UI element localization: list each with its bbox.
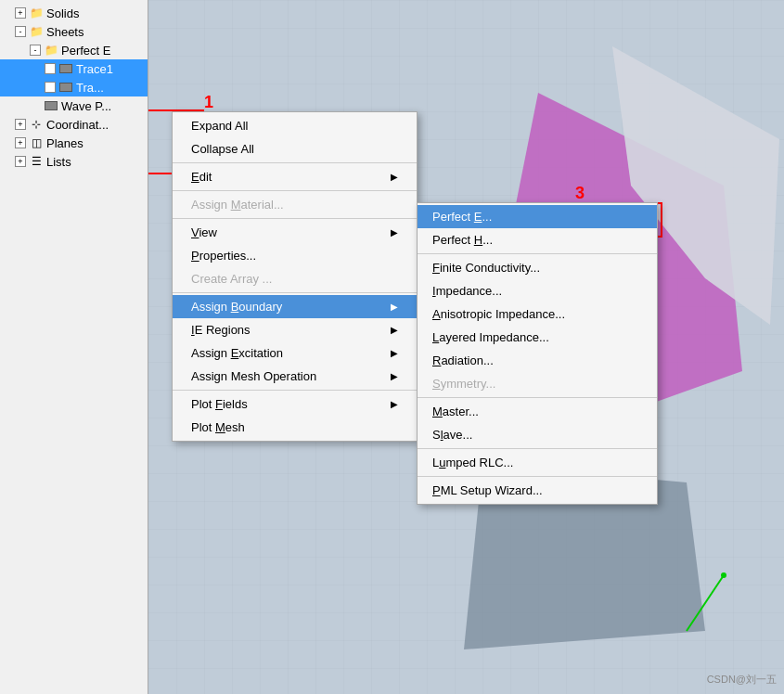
menu-assign-material: Assign Material...: [173, 193, 417, 216]
menu-edit[interactable]: Edit ▶: [173, 165, 417, 188]
submenu-master[interactable]: Master...: [418, 400, 657, 423]
context-menu: Expand All Collapse All Edit ▶ Assign Ma…: [172, 111, 418, 442]
properties-label: Properties...: [191, 249, 256, 263]
menu-properties[interactable]: Properties...: [173, 244, 417, 267]
submenu-perfect-e[interactable]: Perfect E...: [418, 205, 657, 228]
assign-mesh-op-label: Assign Mesh Operation: [191, 369, 316, 383]
assign-mesh-arrow: ▶: [391, 371, 398, 381]
menu-view[interactable]: View ▶: [173, 221, 417, 244]
expand-sheets[interactable]: -: [15, 26, 26, 37]
expand-all-label: Expand All: [191, 119, 248, 133]
submenu-sep-2: [418, 397, 657, 398]
submenu-sep-1: [418, 253, 657, 254]
perfect-h-label: Perfect H...: [432, 233, 493, 247]
tree-item-waveport[interactable]: Wave P...: [0, 96, 148, 115]
separator-2: [173, 190, 417, 191]
expand-planes[interactable]: +: [15, 137, 26, 148]
radiation-label: Radiation...: [432, 353, 494, 367]
slave-label: Slave...: [432, 428, 472, 442]
impedance-label: Impedance...: [432, 284, 502, 298]
tree-label-coordinate: Coordinat...: [46, 118, 109, 132]
menu-plot-mesh[interactable]: Plot Mesh: [173, 416, 417, 439]
tree-item-coordinate[interactable]: + ⊹ Coordinat...: [0, 115, 148, 134]
menu-collapse-all[interactable]: Collapse All: [173, 137, 417, 161]
watermark: CSDN@刘一五: [707, 673, 777, 687]
ie-regions-label: IE Regions: [191, 323, 251, 337]
submenu-perfect-h[interactable]: Perfect H...: [418, 228, 657, 251]
expand-coordinate[interactable]: +: [15, 119, 26, 130]
annotation-number-1: 1: [204, 93, 213, 112]
ie-regions-arrow: ▶: [391, 325, 398, 335]
separator-5: [173, 390, 417, 391]
expand-trace2[interactable]: +: [45, 82, 56, 93]
submenu-assign-boundary: Perfect E... Perfect H... Finite Conduct…: [417, 202, 658, 505]
menu-ie-regions[interactable]: IE Regions ▶: [173, 318, 417, 341]
tree-label-sheets: Sheets: [46, 25, 84, 39]
separator-3: [173, 218, 417, 219]
tree-label-waveport: Wave P...: [61, 99, 111, 113]
folder-icon-solids: 📁: [29, 6, 44, 20]
menu-assign-excitation[interactable]: Assign Excitation ▶: [173, 341, 417, 365]
expand-solids[interactable]: +: [15, 7, 26, 19]
folder-icon-sheets: 📁: [29, 24, 44, 39]
plot-mesh-label: Plot Mesh: [191, 420, 245, 434]
submenu-finite-cond[interactable]: Finite Conductivity...: [418, 256, 657, 279]
collapse-all-label: Collapse All: [191, 142, 254, 156]
symmetry-label: Symmetry...: [432, 377, 495, 391]
finite-cond-label: Finite Conductivity...: [432, 261, 540, 275]
assign-boundary-arrow: ▶: [391, 302, 398, 312]
tree-label-perfecte: Perfect E: [61, 44, 110, 58]
separator-4: [173, 292, 417, 293]
planes-icon: ◫: [29, 135, 44, 150]
assign-boundary-label: Assign Boundary: [191, 300, 282, 314]
menu-create-array: Create Array ...: [173, 267, 417, 290]
menu-assign-mesh-op[interactable]: Assign Mesh Operation ▶: [173, 365, 417, 388]
view-label: View: [191, 225, 217, 239]
tree-label-planes: Planes: [46, 136, 84, 150]
tree-item-perfecte[interactable]: - 📁 Perfect E: [0, 41, 148, 59]
tree-label-lists: Lists: [46, 155, 71, 169]
tree-item-lists[interactable]: + ☰ Lists: [0, 152, 148, 171]
submenu-sep-4: [418, 476, 657, 477]
expand-perfecte[interactable]: -: [30, 45, 41, 56]
master-label: Master...: [432, 405, 479, 418]
submenu-symmetry: Symmetry...: [418, 372, 657, 395]
submenu-anisotropic[interactable]: Anisotropic Impedance...: [418, 302, 657, 326]
menu-expand-all[interactable]: Expand All: [173, 114, 417, 137]
folder-icon-perfecte: 📁: [44, 43, 58, 58]
tree-item-solids[interactable]: + 📁 Solids: [0, 4, 148, 22]
submenu-pml-wizard[interactable]: PML Setup Wizard...: [418, 479, 657, 502]
menu-plot-fields[interactable]: Plot Fields ▶: [173, 392, 417, 416]
submenu-radiation[interactable]: Radiation...: [418, 349, 657, 372]
view-arrow: ▶: [391, 227, 398, 238]
pml-wizard-label: PML Setup Wizard...: [432, 483, 543, 497]
assign-material-label: Assign Material...: [191, 198, 284, 212]
tree-label-trace1: Trace1: [76, 62, 113, 76]
submenu-slave[interactable]: Slave...: [418, 423, 657, 446]
anisotropic-label: Anisotropic Impedance...: [432, 307, 565, 321]
assign-excitation-label: Assign Excitation: [191, 346, 283, 360]
submenu-lumped-rlc[interactable]: Lumped RLC...: [418, 451, 657, 474]
expand-lists[interactable]: +: [15, 156, 26, 167]
tree-item-trace1[interactable]: + Trace1: [0, 59, 148, 78]
plot-fields-label: Plot Fields: [191, 397, 248, 411]
submenu-sep-3: [418, 448, 657, 449]
tree-item-planes[interactable]: + ◫ Planes: [0, 134, 148, 152]
create-array-label: Create Array ...: [191, 272, 272, 286]
coordinate-icon: ⊹: [29, 117, 44, 132]
tree-item-sheets[interactable]: - 📁 Sheets: [0, 22, 148, 41]
submenu-layered-imp[interactable]: Layered Impedance...: [418, 326, 657, 349]
layered-imp-label: Layered Impedance...: [432, 330, 549, 344]
expand-trace1[interactable]: +: [45, 63, 56, 74]
lumped-rlc-label: Lumped RLC...: [432, 456, 513, 469]
shape-icon-trace1: [58, 61, 73, 76]
tree-label-trace2: Tra...: [76, 81, 104, 95]
menu-assign-boundary[interactable]: Assign Boundary ▶: [173, 295, 417, 318]
lists-icon: ☰: [29, 154, 44, 169]
tree-item-trace2[interactable]: + Tra...: [0, 78, 148, 96]
annotation-number-3: 3: [575, 184, 585, 203]
shape-icon-trace2: [58, 80, 73, 95]
edit-label: Edit: [191, 170, 212, 184]
shape-icon-waveport: [44, 98, 58, 113]
submenu-impedance[interactable]: Impedance...: [418, 279, 657, 302]
